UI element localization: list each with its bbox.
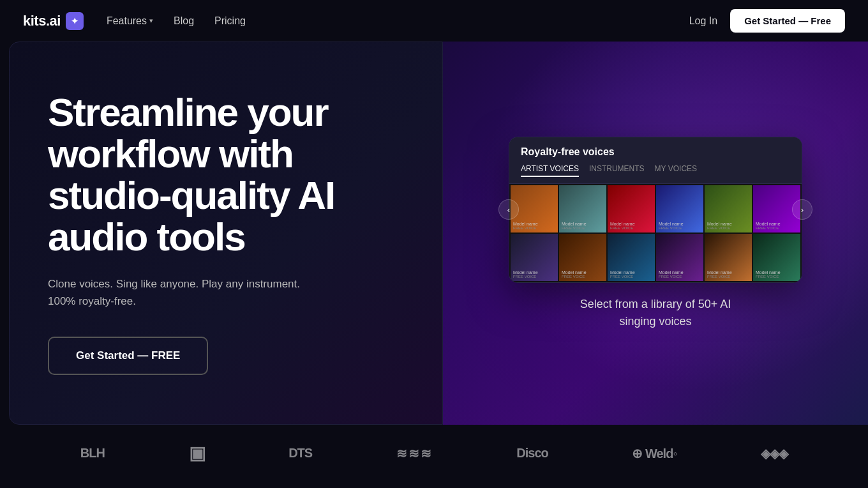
brand-logo-2: ▣ <box>189 443 205 464</box>
voice-label: Model name <box>610 222 652 226</box>
navbar: kits.ai ✦ Features ▾ Blog Pricing <box>0 0 868 42</box>
get-started-nav-button[interactable]: Get Started — Free <box>730 9 845 33</box>
voice-label: Model name <box>707 222 749 226</box>
logo[interactable]: kits.ai ✦ <box>23 12 84 30</box>
mockup-header: Royalty-free voices ARTIST VOICES INSTRU… <box>509 137 802 184</box>
voice-tag: FREE VOICE <box>707 275 749 278</box>
logo-icon: ✦ <box>66 12 84 30</box>
voice-label: Model name <box>659 270 701 275</box>
voice-card[interactable]: Model name FREE VOICE <box>656 185 703 233</box>
log-in-button[interactable]: Log In <box>689 15 717 27</box>
nav-left: kits.ai ✦ Features ▾ Blog Pricing <box>23 12 246 30</box>
voice-tag: FREE VOICE <box>756 275 798 278</box>
brand-logo-3: DTS <box>288 446 312 461</box>
voice-card[interactable]: Model name FREE VOICE <box>608 234 655 281</box>
voice-label: Model name <box>610 270 652 275</box>
voice-label: Model name <box>562 222 604 226</box>
nav-item-blog[interactable]: Blog <box>174 15 194 27</box>
voices-grid: Model name FREE VOICE Model name FREE VO… <box>509 184 802 282</box>
chevron-down-icon: ▾ <box>149 17 153 25</box>
brand-logo-7: ◈◈◈ <box>761 446 788 461</box>
logos-bar: BLH ▣ DTS ≋≋≋ Disco ⊕ Weld◦ ◈◈◈ <box>0 425 868 482</box>
hero-left-panel: Streamline your workflow with studio-qua… <box>9 42 443 425</box>
hero-section: Streamline your workflow with studio-qua… <box>0 42 868 425</box>
voice-tag: FREE VOICE <box>610 275 652 278</box>
voice-tag: FREE VOICE <box>756 226 798 230</box>
mockup-card-title: Royalty-free voices <box>521 146 790 158</box>
brand-logo-5: Disco <box>516 446 548 461</box>
voice-tag: FREE VOICE <box>562 275 604 278</box>
brand-logo-6: ⊕ Weld◦ <box>632 446 677 461</box>
chevron-left-icon: ‹ <box>507 205 510 215</box>
voice-tag: FREE VOICE <box>513 275 555 278</box>
hero-title: Streamline your workflow with studio-qua… <box>48 91 404 257</box>
nav-links: Features ▾ Blog Pricing <box>107 15 246 27</box>
voice-tag: FREE VOICE <box>513 226 555 230</box>
voice-tag: FREE VOICE <box>562 226 604 230</box>
logo-text: kits.ai <box>23 13 61 29</box>
voice-label: Model name <box>756 270 798 275</box>
tab-my-voices[interactable]: MY VOICES <box>655 164 697 177</box>
voice-tag: FREE VOICE <box>610 226 652 230</box>
voice-card[interactable]: Model name FREE VOICE <box>608 185 655 233</box>
nav-right: Log In Get Started — Free <box>689 9 845 33</box>
voice-card[interactable]: Model name FREE VOICE <box>656 234 703 281</box>
voice-card[interactable]: Model name FREE VOICE <box>753 234 800 281</box>
carousel-next-button[interactable]: › <box>792 199 812 220</box>
features-label: Features <box>107 15 147 27</box>
get-started-hero-button[interactable]: Get Started — FREE <box>48 337 208 375</box>
nav-item-pricing[interactable]: Pricing <box>214 15 246 27</box>
voice-card[interactable]: Model name FREE VOICE <box>705 234 752 281</box>
voice-label: Model name <box>659 222 701 226</box>
pricing-link[interactable]: Pricing <box>214 15 246 26</box>
brand-logo-1: BLH <box>80 446 105 461</box>
hero-subtitle: Clone voices. Sing like anyone. Play any… <box>48 275 316 310</box>
voice-tag: FREE VOICE <box>659 275 701 278</box>
voice-label: Model name <box>756 222 798 226</box>
voice-label: Model name <box>707 270 749 275</box>
voice-card[interactable]: Model name FREE VOICE <box>511 234 558 281</box>
voices-mockup-card: Royalty-free voices ARTIST VOICES INSTRU… <box>509 137 802 283</box>
hero-right-caption: Select from a library of 50+ AI singing … <box>580 296 731 330</box>
mockup-tabs: ARTIST VOICES INSTRUMENTS MY VOICES <box>521 164 790 177</box>
chevron-right-icon: › <box>801 205 804 215</box>
voice-label: Model name <box>513 222 555 226</box>
voice-tag: FREE VOICE <box>707 226 749 230</box>
voice-label: Model name <box>562 270 604 275</box>
blog-link[interactable]: Blog <box>174 15 194 26</box>
brand-logo-4: ≋≋≋ <box>396 446 433 461</box>
nav-item-features[interactable]: Features ▾ <box>107 15 153 27</box>
voice-tag: FREE VOICE <box>659 226 701 230</box>
carousel-prev-button[interactable]: ‹ <box>498 199 519 220</box>
hero-right-panel: ‹ Royalty-free voices ARTIST VOICES INST… <box>443 42 868 425</box>
voice-label: Model name <box>513 270 555 275</box>
voice-card[interactable]: Model name FREE VOICE <box>705 185 752 233</box>
features-link[interactable]: Features ▾ <box>107 15 153 27</box>
voice-card[interactable]: Model name FREE VOICE <box>559 185 606 233</box>
mockup-wrapper: ‹ Royalty-free voices ARTIST VOICES INST… <box>509 137 802 283</box>
tab-artist-voices[interactable]: ARTIST VOICES <box>521 164 579 177</box>
tab-instruments[interactable]: INSTRUMENTS <box>589 164 645 177</box>
voice-card[interactable]: Model name FREE VOICE <box>559 234 606 281</box>
